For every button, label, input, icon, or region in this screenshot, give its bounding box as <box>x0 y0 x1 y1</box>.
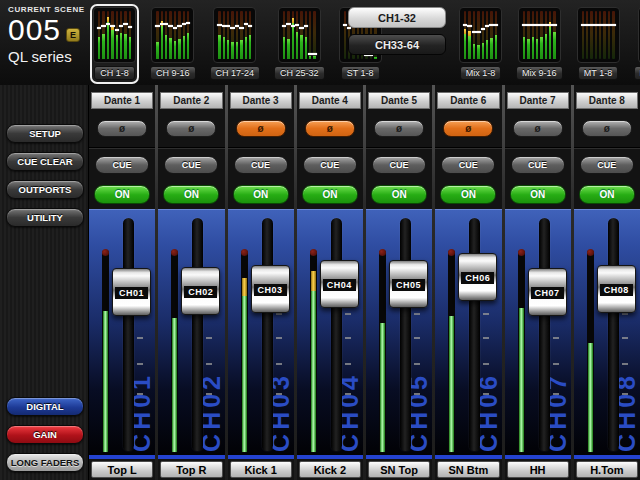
meter-bridge-tab-ch-17-24[interactable]: CH 17-24 <box>207 4 264 84</box>
on-button[interactable]: ON <box>94 185 150 204</box>
fader-knob[interactable]: CH06 <box>458 253 497 301</box>
fader-knob[interactable]: CH08 <box>597 265 636 313</box>
channel-name[interactable]: SN Btm <box>437 461 499 478</box>
mini-meter-bar <box>178 11 180 59</box>
cue-button[interactable]: CUE <box>164 156 218 174</box>
meter-bridge-tab-mt-1-8[interactable]: MT 1-8 <box>574 4 623 84</box>
left-sidebar: SETUP CUE CLEAR OUTPORTS UTILITY DIGITAL… <box>0 85 89 480</box>
channel-name[interactable]: Kick 1 <box>230 461 292 478</box>
phase-button[interactable]: ø <box>305 120 355 137</box>
fader-track[interactable] <box>539 218 550 451</box>
cue-button[interactable]: CUE <box>511 156 565 174</box>
on-button[interactable]: ON <box>510 185 566 204</box>
channel-name[interactable]: SN Top <box>368 461 430 478</box>
meter-bridge-tab-label: MT 1-8 <box>578 66 618 80</box>
meter-bridge-tab-label: Mix 1-8 <box>460 66 502 80</box>
fader-panel: CH01 CH01 <box>89 209 155 459</box>
meter-peak-dot <box>379 249 386 256</box>
phase-button[interactable]: ø <box>582 120 632 137</box>
phase-button[interactable]: ø <box>374 120 424 137</box>
fader-knob[interactable]: CH03 <box>251 265 290 313</box>
fader-track[interactable] <box>192 218 203 451</box>
channel-name[interactable]: HH <box>507 461 569 478</box>
fader-knob[interactable]: CH05 <box>389 260 428 308</box>
digital-button[interactable]: DIGITAL <box>6 397 84 416</box>
fader-track[interactable] <box>123 218 134 451</box>
on-button[interactable]: ON <box>302 185 358 204</box>
cue-button[interactable]: CUE <box>441 156 495 174</box>
mini-meter-bar <box>187 11 189 59</box>
channel-strip-4: Dante 4 ø CUE ON CH04 CH04 Kick 2 <box>297 85 363 480</box>
cue-button[interactable]: CUE <box>95 156 149 174</box>
fader-knob[interactable]: CH02 <box>181 267 220 315</box>
utility-button[interactable]: UTILITY <box>6 208 84 227</box>
fader-knob[interactable]: CH04 <box>320 260 359 308</box>
mini-meter-bar <box>245 11 247 59</box>
cue-button[interactable]: CUE <box>372 156 426 174</box>
outports-button[interactable]: OUTPORTS <box>6 180 84 199</box>
on-button[interactable]: ON <box>371 185 427 204</box>
long-faders-button[interactable]: LONG FADERS <box>6 453 84 472</box>
setup-button[interactable]: SETUP <box>6 124 84 143</box>
fader-track[interactable] <box>608 218 619 451</box>
fader-scale-tick <box>622 393 628 395</box>
channel-name[interactable]: Top L <box>91 461 153 478</box>
on-button[interactable]: ON <box>440 185 496 204</box>
meter-bridge-screen <box>278 7 321 63</box>
on-button[interactable]: ON <box>579 185 635 204</box>
fader-scale-tick <box>276 363 282 365</box>
fader-scale-tick <box>622 363 628 365</box>
patch-label: Dante 6 <box>437 92 499 109</box>
on-button[interactable]: ON <box>163 185 219 204</box>
meter-bridge-tab-label: CH 17-24 <box>210 66 261 80</box>
meter-bridge-tab-ch-9-16[interactable]: CH 9-16 <box>147 4 199 84</box>
phase-button[interactable]: ø <box>166 120 216 137</box>
meter-peak-dot <box>310 249 317 256</box>
strip-divider <box>505 147 571 149</box>
fader-panel: CH03 CH03 <box>228 209 294 459</box>
mini-meter-bar <box>490 11 492 59</box>
channel-strip-2: Dante 2 ø CUE ON CH02 CH02 Top R <box>158 85 224 480</box>
cue-button[interactable]: CUE <box>580 156 634 174</box>
strip-bottom-accent <box>574 455 640 459</box>
phase-button[interactable]: ø <box>97 120 147 137</box>
meter-green-bar <box>519 308 524 452</box>
phase-button[interactable]: ø <box>443 120 493 137</box>
cue-button[interactable]: CUE <box>234 156 288 174</box>
meter-bridge-tab-mix-9-16[interactable]: Mix 9-16 <box>513 4 566 84</box>
fader-track[interactable] <box>400 218 411 451</box>
fader-track[interactable] <box>262 218 273 451</box>
meter-bridge-screen <box>151 7 194 63</box>
mini-meter-bar <box>287 11 289 59</box>
cue-clear-button[interactable]: CUE CLEAR <box>6 152 84 171</box>
meter-bridge-tab-mix-1-8[interactable]: Mix 1-8 <box>456 4 505 84</box>
channel-name[interactable]: Top R <box>160 461 222 478</box>
fader-knob-label: CH07 <box>531 287 564 299</box>
cue-button[interactable]: CUE <box>303 156 357 174</box>
on-button[interactable]: ON <box>233 185 289 204</box>
bank-ch33-64-button[interactable]: CH33-64 <box>348 34 446 55</box>
meter-bridge-tab-ch-1-8[interactable]: CH 1-8 <box>90 4 139 84</box>
meter-peak-dot <box>171 249 178 256</box>
fader-knob[interactable]: CH01 <box>112 268 151 316</box>
channel-name[interactable]: H.Tom <box>576 461 638 478</box>
meter-bridge-tab-ch-25-32[interactable]: CH 25-32 <box>271 4 328 84</box>
bank-ch1-32-button[interactable]: CH1-32 <box>348 7 446 28</box>
phase-button[interactable]: ø <box>236 120 286 137</box>
mini-meter-bar <box>120 11 122 59</box>
scene-panel[interactable]: CURRENT SCENE 005 E QL series <box>0 0 88 85</box>
meter-yellow-segment <box>242 278 247 296</box>
meter-bridge-tab-master[interactable]: Master <box>631 4 640 84</box>
strip-divider <box>158 147 224 149</box>
fader-knob[interactable]: CH07 <box>528 268 567 316</box>
meter-bridge-screen <box>577 7 620 63</box>
mini-meter-bar <box>116 11 118 59</box>
mini-meter-bar <box>582 11 584 59</box>
strip-bottom-accent <box>366 455 432 459</box>
phase-button[interactable]: ø <box>513 120 563 137</box>
fader-scale-tick <box>345 337 351 339</box>
fader-track[interactable] <box>331 218 342 451</box>
gain-button[interactable]: GAIN <box>6 425 84 444</box>
channel-name[interactable]: Kick 2 <box>299 461 361 478</box>
mini-meter-bar <box>612 11 614 59</box>
